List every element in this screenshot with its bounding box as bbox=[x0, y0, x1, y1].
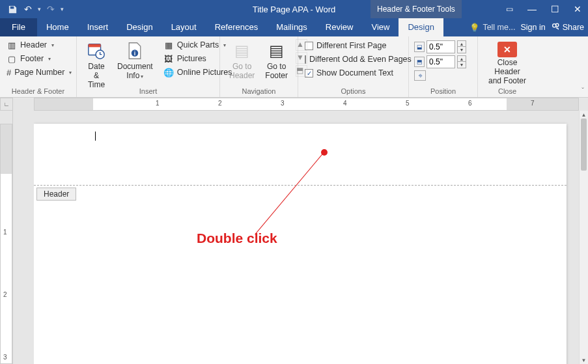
ribbon-tabs: File Home Insert Design Layout Reference… bbox=[0, 18, 588, 36]
tab-view[interactable]: View bbox=[362, 18, 399, 36]
goto-footer-icon: ▤ bbox=[266, 40, 287, 61]
redo-icon[interactable]: ↷ bbox=[45, 3, 57, 15]
ruler-mark: 1 bbox=[156, 100, 160, 107]
different-first-page-checkbox[interactable]: Different First Page bbox=[303, 40, 403, 51]
scroll-up-icon[interactable]: ▲ bbox=[580, 111, 588, 119]
calendar-clock-icon bbox=[86, 40, 107, 61]
header-top-icon: ⬓ bbox=[414, 42, 425, 52]
svg-point-1 bbox=[555, 23, 558, 26]
tab-mailings[interactable]: Mailings bbox=[267, 18, 316, 36]
ribbon: ▥ Header▾ ▢ Footer▾ # Page Number▾ Heade… bbox=[0, 36, 588, 98]
goto-header-icon: ▤ bbox=[232, 40, 253, 61]
group-label: Navigation bbox=[225, 86, 292, 97]
tab-home[interactable]: Home bbox=[37, 18, 78, 36]
tab-layout[interactable]: Layout bbox=[162, 18, 206, 36]
footer-bottom-icon: ⬒ bbox=[414, 57, 425, 67]
ribbon-display-icon[interactable]: ▭ bbox=[502, 3, 517, 15]
group-label: Header & Footer bbox=[5, 86, 71, 97]
window-controls: ▭ — ☐ ✕ bbox=[502, 3, 585, 16]
goto-header-button: ▤ Go to Header bbox=[225, 39, 259, 81]
spinner[interactable]: ▲▼ bbox=[457, 55, 466, 68]
tell-me-search[interactable]: 💡 Tell me... bbox=[469, 23, 515, 33]
group-insert: Date & Time i Document Info▾ ▦ Quick Par… bbox=[77, 36, 220, 97]
tab-file[interactable]: File bbox=[0, 18, 37, 36]
minimize-icon[interactable]: — bbox=[524, 3, 540, 16]
chevron-down-icon: ▾ bbox=[51, 42, 54, 48]
header-boundary bbox=[34, 185, 567, 186]
date-time-button[interactable]: Date & Time bbox=[82, 39, 111, 89]
tab-insert[interactable]: Insert bbox=[78, 18, 118, 36]
lightbulb-icon: 💡 bbox=[469, 23, 480, 33]
quick-access-toolbar: ↶ ▾ ↷ ▾ bbox=[0, 3, 64, 15]
close-header-footer-button[interactable]: ✕ Close Header and Footer bbox=[483, 39, 531, 85]
tab-design[interactable]: Design bbox=[117, 18, 161, 36]
horizontal-ruler[interactable]: 1 2 3 4 5 6 7 bbox=[34, 98, 579, 111]
ruler-mark: 5 bbox=[406, 100, 410, 107]
goto-footer-button[interactable]: ▤ Go to Footer bbox=[261, 39, 292, 81]
page[interactable]: Header Double click bbox=[34, 124, 567, 364]
undo-dropdown-icon[interactable]: ▾ bbox=[38, 6, 41, 12]
scroll-down-icon[interactable]: ▼ bbox=[580, 356, 588, 364]
annotation-text: Double click bbox=[197, 231, 277, 246]
title-bar: ↶ ▾ ↷ ▾ Title Page APA - Word Header & F… bbox=[0, 0, 588, 18]
contextual-tab-label: Header & Footer Tools bbox=[371, 0, 462, 18]
maximize-icon[interactable]: ☐ bbox=[547, 3, 563, 16]
ruler-mark: 2 bbox=[3, 291, 7, 298]
page-number-button[interactable]: # Page Number▾ bbox=[5, 66, 71, 78]
header-top-input[interactable] bbox=[427, 40, 455, 53]
group-navigation: ▤ Go to Header ▤ Go to Footer ▲ ▼ ⬒ Navi… bbox=[220, 36, 298, 97]
share-icon bbox=[551, 22, 560, 33]
svg-rect-3 bbox=[89, 44, 101, 48]
document-info-button[interactable]: i Document Info▾ bbox=[113, 39, 157, 81]
previous-section-icon[interactable]: ▲ bbox=[296, 39, 307, 51]
group-close: ✕ Close Header and Footer Close bbox=[478, 36, 537, 97]
chevron-down-icon: ▾ bbox=[141, 74, 143, 79]
collapse-ribbon-icon[interactable]: ˇ bbox=[581, 87, 584, 94]
tab-references[interactable]: References bbox=[206, 18, 267, 36]
undo-icon[interactable]: ↶ bbox=[22, 3, 34, 15]
group-options: Different First Page Different Odd & Eve… bbox=[298, 36, 409, 97]
tab-review[interactable]: Review bbox=[316, 18, 363, 36]
ruler-mark: 7 bbox=[531, 100, 535, 107]
group-label: Options bbox=[303, 86, 403, 97]
header-button[interactable]: ▥ Header▾ bbox=[5, 39, 71, 51]
header-icon: ▥ bbox=[7, 40, 17, 50]
vertical-ruler[interactable]: 1 2 3 bbox=[0, 111, 13, 364]
pictures-icon: 🖼 bbox=[163, 53, 174, 64]
next-section-icon[interactable]: ▼ bbox=[296, 52, 307, 64]
different-odd-even-checkbox[interactable]: Different Odd & Even Pages bbox=[303, 54, 403, 64]
qat-customize-icon[interactable]: ▾ bbox=[61, 6, 64, 12]
spinner[interactable]: ▲▼ bbox=[457, 40, 466, 53]
ruler-mark: 6 bbox=[468, 100, 472, 107]
sign-in-link[interactable]: Sign in bbox=[520, 23, 545, 32]
footer-bottom-input[interactable] bbox=[427, 55, 455, 68]
ruler-mark: 3 bbox=[3, 354, 7, 361]
footer-button[interactable]: ▢ Footer▾ bbox=[5, 53, 71, 64]
chevron-down-icon: ▾ bbox=[48, 56, 51, 62]
chevron-down-icon: ▾ bbox=[69, 70, 72, 76]
online-pictures-icon: 🌐 bbox=[163, 67, 174, 77]
window-title: Title Page APA - Word bbox=[253, 5, 336, 14]
tab-selector[interactable]: ∟ bbox=[0, 98, 13, 111]
footer-icon: ▢ bbox=[7, 53, 17, 64]
group-label: Insert bbox=[82, 86, 214, 97]
tab-hf-design[interactable]: Design bbox=[399, 18, 443, 36]
close-window-icon[interactable]: ✕ bbox=[570, 3, 585, 16]
tell-me-label: Tell me... bbox=[483, 23, 515, 32]
ruler-mark: 1 bbox=[3, 229, 7, 236]
insert-alignment-tab-icon[interactable]: ⎆ bbox=[414, 70, 426, 81]
svg-text:i: i bbox=[134, 50, 135, 57]
group-position: ⬓ ▲▼ ⬒ ▲▼ ⎆ Position bbox=[409, 36, 478, 97]
show-document-text-checkbox[interactable]: ✓ Show Document Text bbox=[303, 68, 403, 78]
document-info-icon: i bbox=[124, 40, 145, 61]
document-canvas[interactable]: Header Double click ▲ ▼ bbox=[34, 111, 588, 364]
ruler-mark: 2 bbox=[218, 100, 222, 107]
link-previous-icon[interactable]: ⬒ bbox=[296, 65, 307, 77]
annotation-line bbox=[255, 152, 324, 234]
scrollbar-thumb[interactable] bbox=[581, 119, 587, 171]
quick-parts-icon: ▦ bbox=[163, 40, 174, 50]
save-icon[interactable] bbox=[7, 3, 18, 15]
workspace: 1 2 3 Header Double click ▲ ▼ bbox=[0, 111, 588, 364]
share-button[interactable]: Share bbox=[551, 22, 584, 33]
vertical-scrollbar[interactable]: ▲ ▼ bbox=[579, 111, 588, 364]
